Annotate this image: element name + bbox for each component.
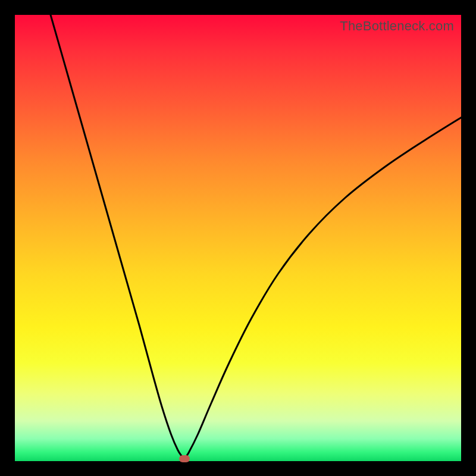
chart-frame: TheBottleneck.com [0, 0, 476, 476]
curve-left-branch [51, 15, 184, 459]
curve-right-branch [184, 118, 461, 459]
curve-svg [15, 15, 461, 461]
min-marker [179, 455, 190, 462]
plot-area: TheBottleneck.com [15, 15, 461, 461]
